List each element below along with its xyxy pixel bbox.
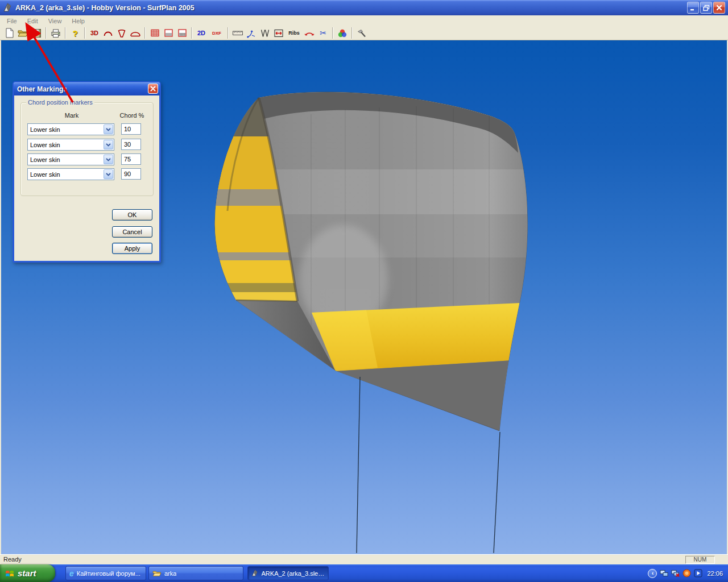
dialog-body: Chord position markers Mark Chord % Lowe…	[14, 95, 159, 261]
mark-combo-3[interactable]: Lower skin	[27, 153, 114, 165]
ok-button[interactable]: OK	[112, 209, 152, 221]
planform-icon	[130, 30, 141, 37]
color-wheel-icon	[337, 28, 348, 38]
close-button[interactable]	[713, 2, 725, 14]
toolbar: ? 3D	[0, 26, 728, 40]
shaded-panel-button[interactable]	[175, 27, 189, 39]
download-manager-icon[interactable]	[682, 569, 691, 578]
combo-dropdown-button[interactable]	[104, 140, 113, 149]
view-2d-button[interactable]: 2D	[195, 27, 208, 39]
mark-combo-2[interactable]: Lower skin	[27, 139, 114, 151]
network-disconnected-icon[interactable]	[671, 569, 680, 578]
save-floppy-icon	[32, 28, 42, 38]
menu-file[interactable]: File	[2, 16, 22, 26]
group-label: Chord position markers	[26, 99, 94, 106]
dialog-titlebar[interactable]: Other Markings	[14, 82, 160, 95]
new-document-button[interactable]	[2, 27, 16, 39]
chord-input-3[interactable]	[121, 153, 141, 165]
menu-help[interactable]: Help	[67, 16, 90, 26]
combo-dropdown-button[interactable]	[104, 155, 113, 164]
help-icon: ?	[72, 28, 77, 38]
dxf-icon: DXF	[212, 31, 221, 36]
tray-collapse-button[interactable]: ‹	[648, 569, 657, 578]
close-icon	[716, 5, 722, 11]
toolbar-separator	[228, 27, 229, 39]
save-button[interactable]	[30, 27, 43, 39]
folder-icon	[152, 569, 162, 577]
taskbar: start e Кайтинговый форум... arka ARKA_2…	[0, 564, 728, 582]
menu-bar: File Edit View Help	[0, 15, 728, 26]
start-button[interactable]: start	[0, 564, 55, 582]
other-markings-dialog: Other Markings Chord position markers Ma…	[13, 81, 161, 263]
task-label: Кайтинговый форум...	[77, 570, 140, 577]
dxf-export-button[interactable]: DXF	[208, 27, 225, 39]
chord-input-2[interactable]	[121, 139, 141, 150]
dialog-close-button[interactable]	[148, 84, 158, 94]
window-titlebar: ARKA_2 (arka_3.sle) - Hobby Version - Su…	[0, 0, 728, 15]
axis-tool-button[interactable]	[245, 27, 258, 39]
help-button[interactable]: ?	[68, 27, 82, 39]
toolbar-separator	[191, 27, 192, 39]
task-label: ARKA_2 (arka_3.sle) ...	[262, 570, 325, 577]
ruler-icon	[232, 29, 243, 37]
combo-dropdown-button[interactable]	[104, 124, 113, 134]
media-player-icon[interactable]	[693, 569, 702, 578]
combo-dropdown-button[interactable]	[104, 169, 113, 179]
chord-input-1[interactable]	[121, 123, 141, 135]
task-surfplan-active[interactable]: ARKA_2 (arka_3.sle) ...	[247, 566, 329, 580]
ribs-button[interactable]: Ribs	[286, 27, 303, 39]
colors-button[interactable]	[336, 27, 349, 39]
view-2d-icon: 2D	[197, 30, 205, 36]
mark-combo-2-value: Lower skin	[28, 142, 103, 148]
measure-button[interactable]	[231, 27, 245, 39]
clock[interactable]: 22:06	[707, 570, 723, 577]
mark-combo-1-value: Lower skin	[28, 126, 103, 133]
cancel-button[interactable]: Cancel	[112, 226, 152, 238]
toolbar-separator	[332, 27, 333, 39]
scissors-icon: ✂	[320, 29, 326, 37]
width-arrows-icon	[274, 28, 284, 38]
chord-input-4[interactable]	[121, 168, 141, 180]
start-label: start	[18, 568, 36, 578]
arc-icon	[103, 28, 113, 38]
mark-combo-4[interactable]: Lower skin	[27, 168, 114, 180]
restore-button[interactable]	[700, 2, 712, 14]
dialog-close-icon	[150, 86, 156, 92]
open-file-button[interactable]	[16, 27, 30, 39]
bridle-lines-button[interactable]	[258, 27, 272, 39]
menu-edit[interactable]: Edit	[22, 16, 43, 26]
arc-view-button[interactable]	[101, 27, 115, 39]
panel-view-button[interactable]	[162, 27, 175, 39]
chevron-down-icon	[106, 158, 111, 161]
grid-view-button[interactable]	[148, 27, 162, 39]
hammer-icon	[357, 28, 367, 38]
chevron-down-icon	[106, 173, 111, 176]
mark-combo-3-value: Lower skin	[28, 156, 103, 163]
planform-view-button[interactable]	[129, 27, 142, 39]
toolbar-separator	[84, 27, 85, 39]
num-lock-indicator: NUM	[685, 556, 715, 564]
menu-view[interactable]: View	[43, 16, 67, 26]
apply-button[interactable]: Apply	[112, 243, 152, 254]
panel-width-button[interactable]	[272, 27, 286, 39]
kite-outline-button[interactable]	[115, 27, 129, 39]
task-label: arka	[164, 570, 176, 577]
dialog-title: Other Markings	[17, 85, 67, 93]
grid-icon	[150, 28, 160, 38]
view-3d-button[interactable]: 3D	[88, 27, 101, 39]
task-folder-arka[interactable]: arka	[148, 566, 243, 580]
window-title: ARKA_2 (arka_3.sle) - Hobby Version - Su…	[15, 4, 195, 12]
cut-button[interactable]: ✂	[316, 27, 330, 39]
minimize-button[interactable]	[687, 2, 699, 14]
column-header-mark: Mark	[29, 112, 114, 119]
panel-half-icon	[164, 28, 173, 38]
mark-combo-1[interactable]: Lower skin	[27, 123, 114, 135]
rotate-arc-button[interactable]	[303, 27, 316, 39]
print-button[interactable]	[49, 27, 63, 39]
toolbar-separator	[144, 27, 146, 39]
network-status-icon[interactable]	[659, 569, 668, 578]
minimize-icon	[690, 5, 696, 11]
tools-button[interactable]	[355, 27, 369, 39]
open-folder-icon	[18, 28, 28, 38]
task-ie-forum[interactable]: e Кайтинговый форум...	[65, 566, 146, 580]
